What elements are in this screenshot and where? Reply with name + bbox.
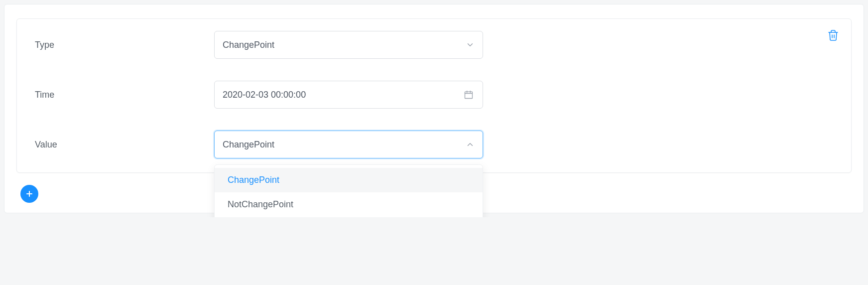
- chevron-up-icon: [466, 140, 475, 149]
- value-option-autodetect[interactable]: AutoDetect: [215, 217, 483, 217]
- value-select[interactable]: ChangePoint: [214, 131, 483, 158]
- value-select-wrap: ChangePoint ChangePoint NotChangePoint A…: [214, 131, 483, 158]
- panel: Type ChangePoint Time 2020-02-03 00:00:0…: [4, 4, 864, 213]
- row-time: Time 2020-02-03 00:00:00: [35, 81, 833, 109]
- delete-button[interactable]: [826, 29, 840, 43]
- value-dropdown: ChangePoint NotChangePoint AutoDetect: [214, 164, 483, 217]
- time-input-wrap: 2020-02-03 00:00:00: [214, 81, 483, 109]
- time-input[interactable]: 2020-02-03 00:00:00: [214, 81, 483, 109]
- value-option-notchangepoint[interactable]: NotChangePoint: [215, 192, 483, 217]
- type-label: Type: [35, 40, 214, 50]
- type-select[interactable]: ChangePoint: [214, 31, 483, 59]
- type-select-value: ChangePoint: [223, 40, 274, 50]
- value-option-changepoint[interactable]: ChangePoint: [215, 168, 483, 192]
- type-select-wrap: ChangePoint: [214, 31, 483, 59]
- form-card: Type ChangePoint Time 2020-02-03 00:00:0…: [16, 18, 852, 173]
- calendar-icon: [464, 90, 474, 100]
- time-label: Time: [35, 90, 214, 100]
- row-value: Value ChangePoint ChangePoint NotChangeP…: [35, 131, 833, 158]
- time-input-value: 2020-02-03 00:00:00: [223, 90, 306, 100]
- add-button[interactable]: [20, 185, 38, 203]
- value-label: Value: [35, 140, 214, 150]
- plus-circle-icon: [24, 189, 34, 199]
- svg-rect-0: [465, 92, 473, 98]
- value-select-value: ChangePoint: [223, 140, 274, 150]
- row-type: Type ChangePoint: [35, 31, 833, 59]
- chevron-down-icon: [466, 40, 475, 49]
- trash-icon: [827, 29, 839, 42]
